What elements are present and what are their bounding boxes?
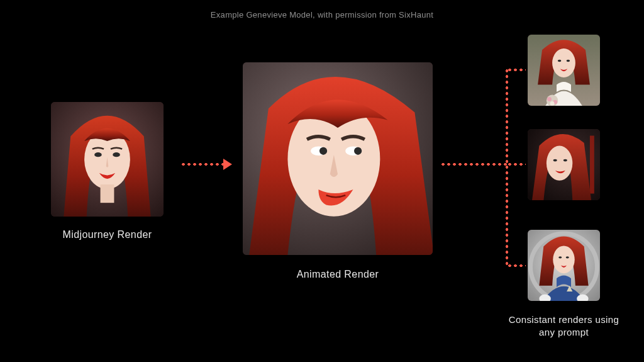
svg-point-13: [558, 60, 562, 62]
credit-caption: Example Genevieve Model, with permission…: [0, 10, 644, 20]
connector-stub-mid: [507, 162, 526, 166]
connector-stub-top: [507, 68, 526, 72]
source-render-image: [51, 102, 164, 217]
svg-point-28: [566, 256, 569, 258]
svg-rect-20: [590, 136, 594, 194]
svg-point-26: [553, 246, 575, 273]
source-render-label: Midjourney Render: [51, 229, 164, 240]
animated-render-image: [243, 62, 433, 255]
output-render-middle: [528, 129, 600, 200]
connector-vertical: [505, 68, 509, 266]
chevron-right-icon: [223, 159, 232, 170]
svg-point-10: [354, 147, 362, 155]
svg-point-22: [553, 159, 557, 162]
svg-point-14: [567, 60, 570, 62]
svg-point-12: [552, 48, 575, 77]
connector-stub-bot: [507, 264, 526, 268]
animated-render-label: Animated Render: [243, 269, 433, 280]
svg-rect-4: [101, 184, 114, 203]
svg-point-18: [550, 101, 555, 106]
output-render-top: [528, 35, 600, 106]
svg-point-3: [113, 152, 120, 157]
svg-point-27: [558, 256, 562, 258]
connector-trunk: [440, 162, 507, 166]
svg-point-2: [94, 152, 102, 157]
output-render-bottom: [528, 230, 600, 301]
svg-point-9: [319, 147, 327, 155]
arrow-source-to-center: [180, 162, 225, 166]
svg-point-21: [547, 146, 572, 181]
output-renders-label: Consistant renders using any prompt: [502, 314, 625, 339]
svg-point-23: [564, 159, 567, 162]
svg-point-16: [547, 97, 552, 101]
